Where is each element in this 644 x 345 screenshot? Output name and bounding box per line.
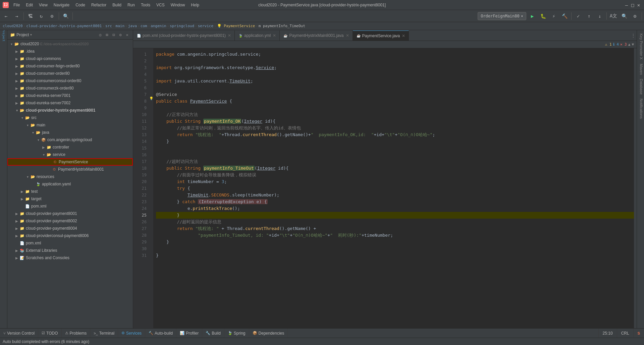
tree-ext-libs[interactable]: ▶ 📚 External Libraries: [7, 247, 133, 254]
tree-consul[interactable]: ▶ 📁 cloud-consumerconsul-order80: [7, 77, 133, 84]
menu-window[interactable]: Window: [168, 2, 188, 8]
key-promoter-label[interactable]: Key Promoter X: [637, 32, 644, 62]
menu-build[interactable]: Build: [110, 2, 124, 8]
tab-hystrixmain-close[interactable]: ✕: [346, 33, 349, 38]
push-button[interactable]: ↑: [584, 11, 594, 21]
tab-paymentservice[interactable]: ☕ PaymentService.java ✕: [353, 31, 409, 41]
tree-controller[interactable]: ▶ 📁 controller: [7, 143, 133, 151]
status-encoding[interactable]: CRL: [617, 329, 633, 338]
update-button[interactable]: ↓: [595, 11, 604, 21]
tree-service[interactable]: ▾ 📂 service: [7, 151, 133, 158]
search2-button[interactable]: 🔍: [620, 11, 629, 21]
tree-scratches[interactable]: ▶ 📝 Scratches and Consoles: [7, 254, 133, 262]
code-content[interactable]: package com.angenin.springcloud.service;…: [153, 48, 634, 328]
menu-edit[interactable]: Edit: [23, 2, 36, 8]
debug-button[interactable]: 🐛: [538, 11, 548, 21]
menu-help[interactable]: Help: [188, 2, 202, 8]
settings2-button[interactable]: ⚙: [630, 11, 640, 21]
breadcrumb-main[interactable]: main: [116, 24, 125, 28]
tree-feign[interactable]: ▶ 📁 cloud-consumer-feign-order80: [7, 62, 133, 70]
tab-pom[interactable]: 📄 pom.xml (cloud-provider-hystrix-paymen…: [133, 31, 235, 41]
translate-button[interactable]: A文: [609, 11, 618, 21]
run-button[interactable]: ▶: [528, 11, 537, 21]
tree-eureka7002[interactable]: ▶ 📁 cloud-eureka-server7002: [7, 99, 133, 107]
tree-hystrix8001[interactable]: ▾ 📂 cloud-provider-hystrix-payment8001: [7, 107, 133, 114]
tree-test[interactable]: ▶ 📁 test: [7, 188, 133, 195]
toolbar-forward-btn[interactable]: →: [12, 11, 21, 21]
settings-btn[interactable]: ⚙: [117, 32, 123, 38]
toolbar-back-btn[interactable]: ←: [1, 11, 11, 21]
toolbar-settings-btn[interactable]: ⚙: [47, 11, 57, 21]
tree-hystrixmain[interactable]: © PaymentHystrixMain8001: [7, 166, 133, 173]
status-deps[interactable]: 📦 Dependencies: [249, 329, 288, 338]
status-build[interactable]: 🔧 Build: [202, 329, 224, 338]
breadcrumb-module[interactable]: cloud-provider-hystrix-payment8001: [26, 24, 102, 28]
status-coordinates[interactable]: 25:10: [598, 329, 617, 338]
tree-payment8001[interactable]: ▶ 📁 cloud-provider-payment8001: [7, 210, 133, 217]
tab-hystrixmain[interactable]: ☕ PaymentHystrixMain8001.java ✕: [280, 31, 353, 41]
tab-yaml[interactable]: 🍃 application.yml ✕: [235, 31, 280, 41]
toolbar-project-btn[interactable]: 🏗: [26, 11, 35, 21]
status-autobuild[interactable]: 🔨 Auto-build: [145, 329, 176, 338]
breadcrumb-method[interactable]: m paymentInfo_TimeOut: [259, 24, 305, 28]
tree-java[interactable]: ▾ 📂 java: [7, 129, 133, 136]
tree-pom-root[interactable]: 📄 pom.xml: [7, 239, 133, 247]
expand-all-btn[interactable]: ⊞: [104, 32, 110, 38]
breadcrumb-com[interactable]: com: [141, 24, 147, 28]
tree-src[interactable]: ▾ 📂 src: [7, 114, 133, 121]
tree-payment8002[interactable]: ▶ 📁 cloud-provider-payment8002: [7, 217, 133, 225]
menu-run[interactable]: Run: [125, 2, 138, 8]
status-todo[interactable]: ☑ TODO: [38, 329, 61, 338]
breadcrumb-cloud2020[interactable]: cloud2020: [3, 24, 23, 28]
status-services[interactable]: ⚙ Services: [118, 329, 145, 338]
tree-api[interactable]: ▶ 📁 cloud-api-commons: [7, 55, 133, 62]
breadcrumb-service[interactable]: service: [198, 24, 213, 28]
menu-file[interactable]: File: [11, 2, 22, 8]
tree-package[interactable]: ▾ 📦 com.angenin.springcloud: [7, 136, 133, 143]
toolbar-search-btn[interactable]: 🔍: [61, 11, 70, 21]
tree-eureka7001[interactable]: ▶ 📁 cloud-eureka-server7001: [7, 92, 133, 99]
status-terminal[interactable]: >_ Terminal: [90, 329, 118, 338]
tab-overflow-btn[interactable]: ⋮: [630, 31, 637, 41]
status-vcs[interactable]: ⑂ Version Control: [0, 329, 38, 338]
tree-paymentservice[interactable]: © PaymentService: [7, 158, 133, 166]
close-button[interactable]: ✕: [636, 2, 641, 8]
menu-refactor[interactable]: Refactor: [89, 2, 109, 8]
tree-resources[interactable]: ▾ 📂 resources: [7, 173, 133, 180]
locate-file-btn[interactable]: ◎: [97, 32, 103, 38]
status-spring[interactable]: 🍃 Spring: [224, 329, 249, 338]
breadcrumb-angenin[interactable]: angenin: [151, 24, 166, 28]
breadcrumb-src[interactable]: src: [105, 24, 112, 28]
menu-view[interactable]: View: [36, 2, 50, 8]
maven-label[interactable]: Maven: [637, 62, 644, 77]
toolbar-sync-btn[interactable]: ↻: [37, 11, 46, 21]
tree-idea[interactable]: ▶ 📁 .idea: [7, 48, 133, 55]
run-config-dropdown[interactable]: OrderFeignMain80 ▾: [478, 12, 526, 20]
menu-navigate[interactable]: Navigate: [51, 2, 72, 8]
notifications-label[interactable]: Notifications: [637, 97, 644, 121]
tree-order80[interactable]: ▶ 📁 cloud-consumer-order80: [7, 70, 133, 77]
breadcrumb-java[interactable]: java: [128, 24, 137, 28]
tree-payment8006[interactable]: ▶ 📁 cloud-providerconsul-payment8006: [7, 232, 133, 239]
tree-pom-hystrix[interactable]: 📄 pom.xml: [7, 203, 133, 210]
tab-pom-close[interactable]: ✕: [228, 33, 231, 38]
chevron-down-icon[interactable]: ▼: [632, 42, 634, 47]
coverage-button[interactable]: ⚡: [549, 11, 558, 21]
tree-zk[interactable]: ▶ 📁 cloud-consumerzk-order80: [7, 84, 133, 92]
database-label[interactable]: Database: [637, 77, 644, 97]
menu-code[interactable]: Code: [73, 2, 88, 8]
tree-root[interactable]: ▾ 📂 cloud2020 E:/idea-workspace/cloud202…: [7, 40, 133, 48]
build-button[interactable]: 🔨: [560, 11, 569, 21]
commit-button[interactable]: ✓: [574, 11, 583, 21]
menu-tools[interactable]: Tools: [138, 2, 153, 8]
menu-vcs[interactable]: VCS: [154, 2, 167, 8]
close-panel-btn[interactable]: ✕: [124, 32, 130, 38]
tree-yaml[interactable]: 🍃 application.yaml: [7, 180, 133, 188]
tree-payment8004[interactable]: ▶ 📁 cloud-provider-payment8004: [7, 225, 133, 232]
maximize-button[interactable]: □: [630, 2, 635, 8]
breadcrumb-springcloud[interactable]: springcloud: [170, 24, 194, 28]
project-icon[interactable]: Project: [0, 32, 7, 39]
tree-main[interactable]: ▾ 📂 main: [7, 121, 133, 129]
tab-paymentservice-close[interactable]: ✕: [402, 34, 405, 38]
chevron-up-icon[interactable]: ▲: [628, 42, 631, 47]
